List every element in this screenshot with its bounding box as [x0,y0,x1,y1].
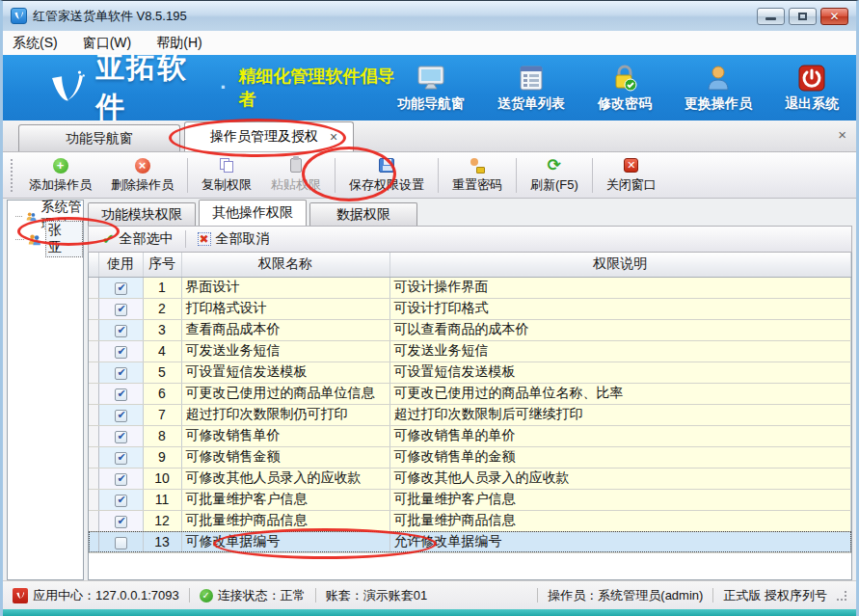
row-use-cell[interactable] [98,277,143,298]
table-row[interactable]: 11 可批量维护客户信息 可批量维护客户信息 [89,489,851,510]
app-center-status: 应用中心：127.0.0.1:7093 [13,587,179,604]
tab-function-nav[interactable]: 功能导航窗 [18,124,180,151]
banner-nav-change-operator[interactable]: 更换操作员 [685,64,752,113]
table-row[interactable]: 12 可批量维护商品信息 可批量维护商品信息 [89,510,851,531]
tab-module-permissions[interactable]: 功能模块权限 [88,202,196,226]
row-checkbox[interactable] [115,410,127,422]
table-row[interactable]: 6 可更改已使用过的商品单位信息 可更改已使用过的商品单位名称、比率 [89,383,851,404]
add-icon: + [53,158,68,174]
tree-item-label: 张亚 [45,221,83,257]
connection-ok-icon: ✓ [200,589,213,603]
users-icon [28,232,41,247]
reset-password-icon [470,158,485,174]
row-gutter [89,446,98,468]
header-use[interactable]: 使用 [98,253,143,277]
table-row[interactable]: 1 界面设计 可设计操作界面 [89,277,851,298]
table-row[interactable]: 5 可设置短信发送模板 可设置短信发送模板 [89,362,851,383]
table-row[interactable]: 2 打印格式设计 可设计打印格式 [89,298,851,319]
paste-permission-button[interactable]: 粘贴权限 [261,154,331,197]
row-checkbox[interactable] [115,431,127,443]
row-checkbox[interactable] [115,325,127,337]
table-row[interactable]: 8 可修改销售单价 可修改销售单的单价 [89,425,851,446]
row-gutter [89,362,98,383]
table-row[interactable]: 7 超过打印次数限制仍可打印 超过打印次数限制后可继续打印 [89,404,851,425]
power-icon [796,64,827,93]
close-button[interactable]: ✕ [820,8,848,25]
permission-panel: 功能模块权限 其他操作权限 数据权限 ✔ 全部选中 ✖ 全部取消 [88,200,852,580]
permission-grid: 使用 序号 权限名称 权限说明 1 界面设计 可设计操作界面 2 打印格式设计 … [88,253,852,580]
row-gutter [89,319,98,340]
table-row[interactable]: 3 查看商品成本价 可以查看商品的成本价 [89,319,851,340]
close-window-button[interactable]: ✕ 关闭窗口 [597,154,666,197]
row-desc-cell: 可修改其他人员录入的应收款 [389,468,851,489]
row-checkbox[interactable] [115,367,127,380]
select-all-button[interactable]: ✔ 全部选中 [96,228,179,250]
row-checkbox[interactable] [115,388,127,401]
deselect-all-button[interactable]: ✖ 全部取消 [192,228,276,250]
row-use-cell[interactable] [98,319,143,340]
maximize-button[interactable] [789,8,817,25]
tab-close-icon[interactable]: × [328,129,339,145]
row-checkbox[interactable] [115,495,127,507]
row-no-cell: 11 [143,489,181,510]
refresh-button[interactable]: ⟳ 刷新(F5) [521,154,588,197]
header-gutter [89,253,98,277]
row-no-cell: 9 [143,446,181,468]
tab-operator-management[interactable]: 操作员管理及授权 × [184,121,354,151]
row-checkbox[interactable] [115,304,127,316]
row-use-cell[interactable] [98,362,143,383]
tab-data-permissions[interactable]: 数据权限 [309,202,417,226]
table-row[interactable]: 4 可发送业务短信 可发送业务短信 [89,340,851,362]
delivery-list-icon [516,64,547,93]
row-name-cell: 超过打印次数限制仍可打印 [181,404,389,425]
header-name[interactable]: 权限名称 [181,253,389,277]
strip-close-icon[interactable]: × [838,126,846,143]
reset-password-button[interactable]: 重置密码 [443,154,512,197]
add-operator-button[interactable]: + 添加操作员 [19,154,101,197]
row-use-cell[interactable] [98,383,143,404]
row-use-cell[interactable] [98,404,143,425]
row-name-cell: 可发送业务短信 [181,340,389,362]
row-desc-cell: 可批量维护商品信息 [389,510,851,531]
minimize-button[interactable] [757,8,785,25]
banner-nav-change-password[interactable]: 修改密码 [598,64,652,113]
row-checkbox[interactable] [115,452,127,465]
banner-nav-function[interactable]: 功能导航窗 [397,64,465,113]
row-gutter [89,383,98,404]
header-desc[interactable]: 权限说明 [389,253,851,277]
edition-status[interactable]: 正式版 授权序列号 [723,587,827,604]
copy-permission-button[interactable]: 复制权限 [192,154,261,197]
row-use-cell[interactable] [98,510,143,531]
row-use-cell[interactable] [98,298,143,319]
row-checkbox[interactable] [115,282,127,295]
row-checkbox[interactable] [115,473,127,486]
row-use-cell[interactable] [98,468,143,489]
row-checkbox[interactable] [115,516,127,528]
header-no[interactable]: 序号 [143,253,181,277]
row-use-cell[interactable] [98,340,143,362]
row-use-cell[interactable] [98,425,143,446]
row-use-cell[interactable] [98,446,143,468]
table-header-row: 使用 序号 权限名称 权限说明 [89,253,851,277]
save-permission-button[interactable]: 保存权限设置 [339,154,434,197]
banner-nav-exit[interactable]: 退出系统 [785,64,839,113]
row-use-cell[interactable] [98,489,143,510]
row-checkbox[interactable] [115,537,127,549]
table-row[interactable]: 10 可修改其他人员录入的应收款 可修改其他人员录入的应收款 [89,468,851,489]
document-tab-strip: 功能导航窗 操作员管理及授权 × × [3,121,856,152]
connection-status: ✓ 连接状态：正常 [200,587,306,604]
banner-nav-delivery-list[interactable]: 送货单列表 [497,64,565,113]
row-no-cell: 6 [143,383,181,404]
close-window-icon: ✕ [624,158,638,173]
tab-other-permissions[interactable]: 其他操作权限 [199,200,307,226]
row-desc-cell: 可设计操作界面 [389,277,851,298]
tree-item-zhangya[interactable]: 张亚 [8,228,83,251]
delete-operator-button[interactable]: × 删除操作员 [101,154,183,197]
row-name-cell: 查看商品成本价 [181,319,389,340]
table-row[interactable]: 13 可修改单据编号 允许修改单据编号 [89,531,851,552]
table-row[interactable]: 9 可修改销售金额 可修改销售单的金额 [89,446,851,468]
row-use-cell[interactable] [98,531,143,552]
account-status: 账套：演示账套01 [326,587,427,604]
row-checkbox[interactable] [115,346,127,359]
resize-grip[interactable] [837,591,846,601]
